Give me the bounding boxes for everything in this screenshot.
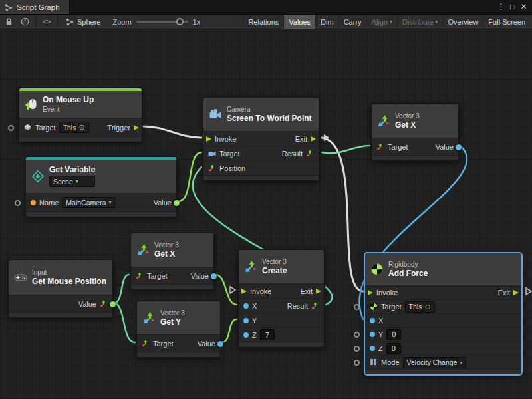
vec-icon[interactable]: [208, 164, 216, 172]
value-input-dot[interactable]: [370, 318, 375, 323]
value-input-dot[interactable]: [370, 346, 375, 351]
vec-icon[interactable]: [142, 340, 150, 348]
enum-icon[interactable]: [370, 358, 378, 366]
unconnected-port-circle[interactable]: [354, 332, 360, 338]
lock-icon[interactable]: [2, 16, 15, 28]
port-left-group: Target: [208, 150, 240, 158]
camera-mini-icon[interactable]: [208, 150, 216, 158]
tab-title: Script Graph: [17, 3, 60, 11]
dropdown-chip[interactable]: MainCamera▾: [62, 197, 115, 208]
node-port-rows: TargetValue: [372, 138, 458, 155]
connection-wire-9[interactable]: [222, 319, 237, 342]
code-view-icon[interactable]: <>: [40, 16, 53, 28]
value-input-dot[interactable]: [243, 332, 249, 338]
connection-wire-4[interactable]: [322, 146, 370, 153]
port-row: X: [365, 313, 521, 327]
get-variable-node[interactable]: Get VariableScene▾NameMainCamera▾Value: [25, 156, 177, 217]
value-input-dot[interactable]: [370, 332, 375, 337]
node-header-lines: Vector 3Create: [262, 258, 287, 275]
node-subtitle: Rigidbody: [388, 261, 428, 268]
connection-wire-0[interactable]: [144, 126, 201, 138]
overview-button[interactable]: Overview: [443, 15, 483, 29]
unconnected-port-circle[interactable]: [354, 346, 360, 352]
graph-asset-chip[interactable]: Sphere: [62, 18, 104, 26]
port-label: Result: [282, 150, 303, 158]
add-force-node[interactable]: RigidbodyAdd ForceInvokeExitTargetThis⊙X…: [364, 253, 522, 375]
relations-button[interactable]: Relations: [243, 15, 283, 29]
vector3-icon: [142, 311, 156, 325]
graph-canvas[interactable]: On Mouse UpEventTargetThis⊙TriggerGet Va…: [0, 29, 532, 399]
tab-script-graph[interactable]: Script Graph: [0, 0, 70, 14]
zoom-slider[interactable]: [136, 21, 188, 23]
port-row: TargetValue: [131, 267, 213, 284]
info-icon[interactable]: [18, 16, 31, 28]
unconnected-port-circle[interactable]: [15, 200, 21, 206]
value-output-dot[interactable]: [217, 341, 223, 347]
get-x-node[interactable]: Vector 3Get XTargetValue: [130, 233, 214, 290]
close-icon[interactable]: ✕: [518, 0, 529, 14]
flow-output-arrow[interactable]: [134, 125, 139, 130]
connection-wire-6[interactable]: [114, 275, 129, 303]
get-x-top-node[interactable]: Vector 3Get XTargetValue: [371, 104, 459, 161]
menu-icon[interactable]: ⋮: [495, 0, 507, 14]
unconnected-port-circle[interactable]: [354, 360, 360, 366]
port-label: Value: [78, 300, 96, 308]
node-header: Vector 3Get X: [372, 104, 458, 138]
get-y-node[interactable]: Vector 3Get YTargetValue: [136, 301, 221, 358]
flow-output-arrow[interactable]: [311, 136, 316, 142]
maximize-icon[interactable]: □: [507, 0, 518, 14]
unconnected-port-circle[interactable]: [354, 304, 360, 310]
dim-button[interactable]: Dim: [315, 15, 338, 29]
this-target-chip[interactable]: This⊙: [405, 301, 435, 313]
value-input-dot[interactable]: [31, 200, 36, 205]
node-header-lines: Vector 3Get X: [154, 241, 179, 259]
value-field[interactable]: 7: [260, 329, 275, 340]
node-header-lines: Get VariableScene▾: [49, 166, 95, 187]
value-output-dot[interactable]: [174, 200, 180, 206]
vec-icon[interactable]: [376, 143, 384, 151]
create-vector-3-node[interactable]: Vector 3CreateInvokeExitXResultYZ7: [238, 249, 325, 348]
flow-input-arrow[interactable]: [206, 136, 211, 142]
values-button[interactable]: Values: [283, 15, 315, 29]
carry-button[interactable]: Carry: [338, 15, 366, 29]
scene-scope-dropdown[interactable]: Scene▾: [49, 176, 95, 187]
align-button[interactable]: Align▾: [366, 15, 397, 29]
connection-wire-7[interactable]: [114, 303, 135, 342]
on-mouse-up-node[interactable]: On Mouse UpEventTargetThis⊙Trigger: [19, 88, 142, 142]
value-output-dot[interactable]: [456, 144, 462, 150]
zoom-handle[interactable]: [176, 18, 184, 25]
value-input-dot[interactable]: [243, 318, 249, 323]
vector3-icon: [136, 243, 150, 257]
rigidbody-mini-icon[interactable]: [370, 303, 378, 311]
vec-icon[interactable]: [136, 272, 144, 280]
port-left-group: Z7: [243, 329, 275, 340]
connection-wire-2[interactable]: [178, 152, 201, 201]
gameobject-icon[interactable]: [24, 124, 32, 132]
vector-port-icon[interactable]: [311, 302, 319, 310]
flow-input-arrow[interactable]: [241, 289, 247, 294]
connection-wire-1[interactable]: [322, 138, 363, 291]
value-field[interactable]: 0: [386, 343, 401, 354]
flow-input-arrow[interactable]: [368, 290, 373, 295]
screen-to-world-point-node[interactable]: CameraScreen To World PointInvokeExitTar…: [203, 97, 319, 181]
value-input-dot[interactable]: [243, 303, 249, 309]
get-mouse-position-node[interactable]: InputGet Mouse PositionValue: [8, 259, 113, 318]
distribute-button[interactable]: Distribute▾: [397, 15, 442, 29]
vector-port-icon[interactable]: [100, 300, 108, 308]
port-label: Target: [147, 272, 168, 280]
this-target-chip[interactable]: This⊙: [59, 122, 89, 133]
value-output-dot[interactable]: [211, 273, 217, 279]
port-row: Z0: [365, 341, 521, 355]
port-left-group: TargetThis⊙: [24, 122, 89, 133]
flow-output-arrow[interactable]: [316, 289, 321, 294]
vector-port-icon[interactable]: [306, 150, 314, 158]
dropdown-chip[interactable]: Velocity Change▾: [403, 357, 467, 368]
chevron-down-icon: ▾: [436, 19, 438, 25]
unconnected-port-circle[interactable]: [8, 125, 14, 131]
port-row: XResult: [239, 298, 324, 313]
value-field[interactable]: 0: [386, 329, 401, 340]
zoom-control: Zoom 1x: [112, 18, 200, 26]
full-screen-button[interactable]: Full Screen: [483, 15, 530, 29]
flow-output-arrow[interactable]: [513, 290, 519, 295]
value-output-dot[interactable]: [110, 301, 116, 307]
